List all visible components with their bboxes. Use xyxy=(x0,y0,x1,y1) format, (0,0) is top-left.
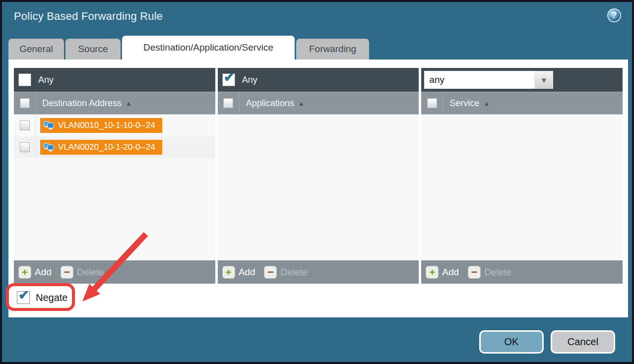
address-object-name: VLAN0010_10-1-10-0--24 xyxy=(58,121,155,130)
tab-bar: General Source Destination/Application/S… xyxy=(8,36,369,60)
address-object-name: VLAN0020_10-1-20-0--24 xyxy=(58,142,155,152)
delete-button[interactable]: − Delete xyxy=(61,266,104,279)
service-column: any ▼ Service ▲ + Add − xyxy=(421,68,623,284)
destination-select-all-checkbox[interactable] xyxy=(20,98,30,108)
tab-general[interactable]: General xyxy=(8,39,64,60)
negate-row: Negate xyxy=(17,291,68,304)
service-toolbar: + Add − Delete xyxy=(421,260,623,284)
network-address-icon xyxy=(43,143,54,152)
applications-header-row: Applications ▲ xyxy=(218,92,419,115)
address-object-chip[interactable]: VLAN0020_10-1-20-0--24 xyxy=(40,140,162,155)
destination-list: VLAN0010_10-1-10-0--24 VLAN xyxy=(14,115,215,260)
destination-address-column: Any Destination Address ▲ xyxy=(14,68,215,284)
delete-button[interactable]: − Delete xyxy=(468,266,511,279)
destination-toolbar: + Add − Delete xyxy=(14,260,215,284)
ok-button[interactable]: OK xyxy=(479,330,544,354)
dialog-title: Policy Based Forwarding Rule xyxy=(14,10,163,23)
tab-forwarding[interactable]: Forwarding xyxy=(296,39,369,60)
minus-icon: − xyxy=(264,266,277,279)
chevron-down-icon[interactable]: ▼ xyxy=(534,71,553,89)
add-button[interactable]: + Add xyxy=(18,266,52,279)
service-any-row: any ▼ xyxy=(421,68,623,92)
tab-content-panel: Any Destination Address ▲ xyxy=(8,60,628,317)
delete-button[interactable]: − Delete xyxy=(264,266,308,279)
plus-icon: + xyxy=(222,266,235,279)
service-dropdown[interactable]: any ▼ xyxy=(424,71,553,89)
destination-any-row: Any xyxy=(14,68,215,92)
applications-list xyxy=(218,115,419,260)
service-dropdown-value[interactable]: any xyxy=(424,71,534,89)
sort-asc-icon[interactable]: ▲ xyxy=(483,100,490,107)
cancel-button[interactable]: Cancel xyxy=(551,330,615,354)
help-icon[interactable]: ? xyxy=(607,8,621,22)
sort-asc-icon[interactable]: ▲ xyxy=(298,100,305,107)
destination-any-label: Any xyxy=(38,75,54,85)
add-button[interactable]: + Add xyxy=(222,266,255,279)
destination-header-row: Destination Address ▲ xyxy=(14,92,215,115)
list-item[interactable]: VLAN0010_10-1-10-0--24 xyxy=(14,115,215,136)
minus-icon: − xyxy=(468,266,481,279)
destination-any-checkbox[interactable] xyxy=(18,73,31,86)
tab-destination-application-service[interactable]: Destination/Application/Service xyxy=(122,36,295,60)
row-checkbox[interactable] xyxy=(20,121,30,130)
dialog-footer: OK Cancel xyxy=(479,330,615,354)
applications-select-all-checkbox[interactable] xyxy=(223,98,233,108)
address-object-chip[interactable]: VLAN0010_10-1-10-0--24 xyxy=(40,118,162,133)
minus-icon: − xyxy=(61,266,73,279)
tab-source[interactable]: Source xyxy=(65,39,121,60)
applications-any-label: Any xyxy=(242,75,257,85)
applications-column-header[interactable]: Applications xyxy=(246,98,294,109)
sort-asc-icon[interactable]: ▲ xyxy=(126,100,132,107)
applications-column: Any Applications ▲ + Add − Delete xyxy=(218,68,419,284)
negate-checkbox[interactable] xyxy=(17,291,30,304)
service-list xyxy=(421,115,623,260)
applications-toolbar: + Add − Delete xyxy=(218,260,419,284)
dialog-policy-based-forwarding-rule: Policy Based Forwarding Rule ? General S… xyxy=(0,0,634,364)
applications-any-row: Any xyxy=(218,68,419,92)
add-button[interactable]: + Add xyxy=(426,266,459,279)
service-select-all-checkbox[interactable] xyxy=(427,98,437,108)
plus-icon: + xyxy=(18,266,31,279)
row-checkbox[interactable] xyxy=(20,142,30,152)
service-column-header[interactable]: Service xyxy=(449,98,479,109)
plus-icon: + xyxy=(426,266,439,279)
destination-column-header[interactable]: Destination Address xyxy=(42,98,122,109)
applications-any-checkbox[interactable] xyxy=(222,73,235,86)
negate-label: Negate xyxy=(36,292,68,303)
list-item[interactable]: VLAN0020_10-1-20-0--24 xyxy=(14,136,215,158)
service-header-row: Service ▲ xyxy=(421,92,623,115)
network-address-icon xyxy=(43,121,54,130)
